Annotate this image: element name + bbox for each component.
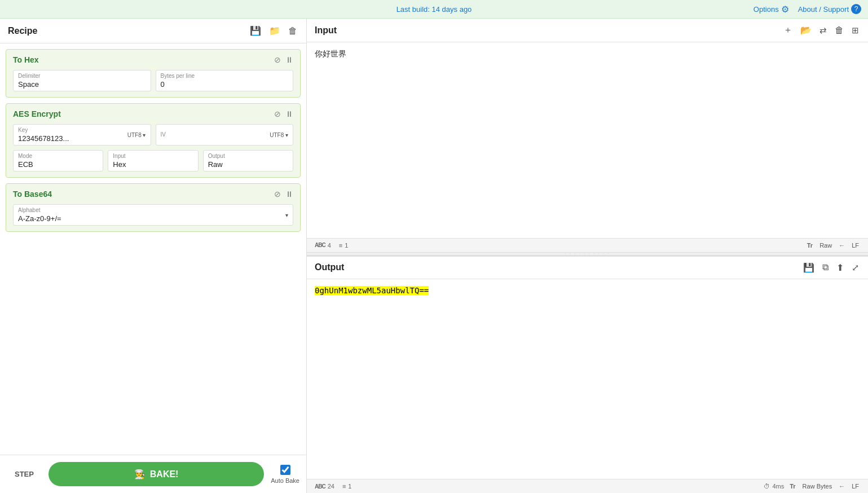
iv-encoding-dropdown[interactable]: UTF8 ▾ xyxy=(270,132,288,138)
aes-output-field[interactable]: Output Raw xyxy=(203,150,293,171)
output-title: Output xyxy=(315,262,344,272)
step-aes-encrypt-title: AES Encrypt xyxy=(13,109,61,118)
step-aes-encrypt-controls: ⊘ ⏸ xyxy=(274,109,293,118)
output-copy-button[interactable]: ⧉ xyxy=(821,261,830,274)
step-aes-pause[interactable]: ⏸ xyxy=(285,109,293,118)
step-to-hex-disable[interactable]: ⊘ xyxy=(274,55,281,64)
iv-field[interactable]: IV UTF8 ▾ xyxy=(156,124,294,146)
options-button[interactable]: Options ⚙ xyxy=(754,4,789,15)
output-font-icon: Tr xyxy=(790,483,795,490)
bytes-per-line-label: Bytes per line xyxy=(161,73,289,79)
aes-output-value: Raw xyxy=(208,160,288,169)
key-inner: Key 12345678123... xyxy=(18,127,125,143)
step-base64-fields: Alphabet A-Za-z0-9+/= ▾ xyxy=(13,204,293,226)
aes-input-label: Input xyxy=(113,153,193,159)
step-aes-disable[interactable]: ⊘ xyxy=(274,109,281,118)
step-to-base64-controls: ⊘ ⏸ xyxy=(274,190,293,199)
bake-icon: 👨‍🍳 xyxy=(134,469,146,479)
input-add-button[interactable]: ＋ xyxy=(782,23,794,37)
input-status-bar: ABC 4 ≡ 1 Tr Raw ← LF xyxy=(307,238,868,252)
key-encoding-dropdown[interactable]: UTF8 ▾ xyxy=(127,132,146,138)
step-to-hex-header: To Hex ⊘ ⏸ xyxy=(13,55,293,64)
input-icons: ＋ 📂 ⇄ 🗑 ⊞ xyxy=(782,23,860,37)
aes-input-field[interactable]: Input Hex xyxy=(108,150,198,171)
key-value: 12345678123... xyxy=(18,134,125,143)
step-to-hex-controls: ⊘ ⏸ xyxy=(274,55,293,64)
step-aes-fields-row1: Key 12345678123... UTF8 ▾ IV UTF8 ▾ xyxy=(13,124,293,146)
about-label: About / Support xyxy=(798,5,849,14)
alphabet-dropdown[interactable]: ▾ xyxy=(285,212,288,218)
recipe-header: Recipe 💾 📁 🗑 xyxy=(0,19,306,43)
input-chars: 4 xyxy=(328,242,331,249)
resize-handle[interactable]: · · · · · · · · · · xyxy=(307,252,868,256)
output-time: ⏱ 4ms xyxy=(764,483,784,490)
input-swap-button[interactable]: ⇄ xyxy=(818,24,828,37)
output-section: Output 💾 ⧉ ⬆ ⤢ 0ghUnM1wbzwML5auHbwlTQ== … xyxy=(307,257,868,494)
aes-output-label: Output xyxy=(208,153,288,159)
output-status-bar: ABC 24 ≡ 1 ⏱ 4ms Tr Raw Bytes ← xyxy=(307,479,868,493)
step-aes-fields-row2: Mode ECB Input Hex Output Raw xyxy=(13,150,293,171)
input-encoding-button[interactable]: Raw xyxy=(818,241,833,250)
key-field[interactable]: Key 12345678123... UTF8 ▾ xyxy=(13,124,151,146)
output-save-button[interactable]: 💾 xyxy=(802,261,816,274)
step-aes-encrypt-header: AES Encrypt ⊘ ⏸ xyxy=(13,109,293,118)
alphabet-label: Alphabet xyxy=(18,207,283,213)
step-to-hex: To Hex ⊘ ⏸ Delimiter Space Bytes per lin… xyxy=(6,49,301,98)
input-delete-button[interactable]: 🗑 xyxy=(834,24,845,37)
recipe-bottom: STEP 👨‍🍳 BAKE! Auto Bake xyxy=(0,455,306,493)
recipe-icons: 💾 📁 🗑 xyxy=(249,24,298,37)
save-recipe-button[interactable]: 💾 xyxy=(249,24,262,37)
output-lines-icon: ≡ xyxy=(342,483,346,490)
bake-label: BAKE! xyxy=(150,469,179,479)
step-to-hex-pause[interactable]: ⏸ xyxy=(285,55,293,64)
delete-recipe-button[interactable]: 🗑 xyxy=(287,25,298,37)
abc-icon: ABC xyxy=(315,242,325,248)
input-status-right: Tr Raw ← LF xyxy=(807,241,860,250)
open-recipe-button[interactable]: 📁 xyxy=(268,24,281,37)
input-newline-button[interactable]: LF xyxy=(851,241,860,250)
output-status-left: ABC 24 ≡ 1 xyxy=(315,483,351,490)
input-grid-button[interactable]: ⊞ xyxy=(851,24,860,37)
input-lines: 1 xyxy=(345,242,348,249)
output-char-count: ABC 24 xyxy=(315,483,334,490)
alphabet-field[interactable]: Alphabet A-Za-z0-9+/= ▾ xyxy=(13,204,293,226)
step-aes-encrypt: AES Encrypt ⊘ ⏸ Key 12345678123... UTF8 … xyxy=(6,103,301,178)
clock-icon: ⏱ xyxy=(764,483,770,490)
output-content: 0ghUnM1wbzwML5auHbwlTQ== xyxy=(315,286,429,295)
input-text-area[interactable]: 你好世界 xyxy=(307,42,868,238)
step-to-hex-fields: Delimiter Space Bytes per line 0 xyxy=(13,70,293,91)
bytes-per-line-field[interactable]: Bytes per line 0 xyxy=(156,70,294,91)
input-header: Input ＋ 📂 ⇄ 🗑 ⊞ xyxy=(307,19,868,42)
output-arrow-icon: ← xyxy=(839,483,845,490)
about-support-button[interactable]: About / Support ? xyxy=(798,4,861,14)
output-newline-button[interactable]: LF xyxy=(851,482,860,491)
output-lines: 1 xyxy=(348,483,351,490)
mode-field[interactable]: Mode ECB xyxy=(13,150,103,171)
step-button[interactable]: STEP xyxy=(7,465,42,483)
bake-button[interactable]: 👨‍🍳 BAKE! xyxy=(49,462,264,486)
input-open-button[interactable]: 📂 xyxy=(799,24,813,37)
output-encoding-button[interactable]: Raw Bytes xyxy=(801,482,834,491)
mode-value: ECB xyxy=(18,160,98,169)
delimiter-label: Delimiter xyxy=(18,73,146,79)
auto-bake-label: Auto Bake xyxy=(271,477,299,484)
alphabet-inner: Alphabet A-Za-z0-9+/= xyxy=(18,207,283,223)
step-to-hex-title: To Hex xyxy=(13,55,39,64)
output-header: Output 💾 ⧉ ⬆ ⤢ xyxy=(307,257,868,279)
step-base64-pause[interactable]: ⏸ xyxy=(285,190,293,199)
recipe-steps: To Hex ⊘ ⏸ Delimiter Space Bytes per lin… xyxy=(0,43,306,455)
iv-label: IV xyxy=(161,131,268,138)
auto-bake-checkbox[interactable] xyxy=(280,465,290,475)
main-area: Recipe 💾 📁 🗑 To Hex ⊘ ⏸ Del xyxy=(0,19,868,493)
output-line-count: ≡ 1 xyxy=(342,483,352,490)
input-status-left: ABC 4 ≡ 1 xyxy=(315,242,348,249)
left-panel: Recipe 💾 📁 🗑 To Hex ⊘ ⏸ Del xyxy=(0,19,307,493)
question-icon: ? xyxy=(851,4,861,14)
output-send-to-input-button[interactable]: ⬆ xyxy=(835,261,845,274)
delimiter-value: Space xyxy=(18,80,146,89)
output-expand-button[interactable]: ⤢ xyxy=(851,261,860,274)
delimiter-field[interactable]: Delimiter Space xyxy=(13,70,151,91)
step-base64-disable[interactable]: ⊘ xyxy=(274,190,281,199)
key-label: Key xyxy=(18,127,125,133)
options-label: Options xyxy=(754,5,779,14)
